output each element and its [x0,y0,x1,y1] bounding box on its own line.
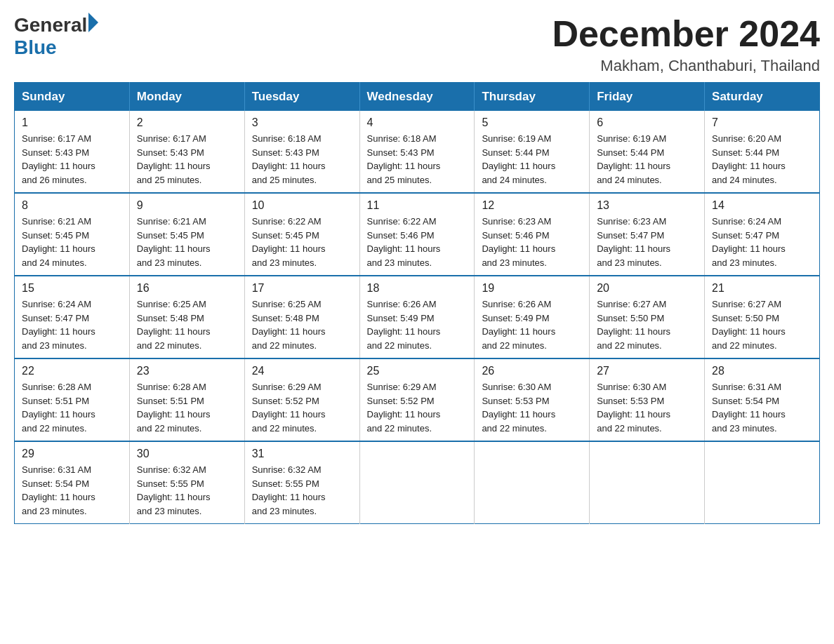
calendar-table: SundayMondayTuesdayWednesdayThursdayFrid… [14,82,820,524]
day-number: 18 [367,282,468,295]
day-info: Sunrise: 6:29 AMSunset: 5:52 PMDaylight:… [252,380,352,435]
day-number: 16 [137,282,237,295]
month-year-title: December 2024 [552,14,820,54]
calendar-cell: 26 Sunrise: 6:30 AMSunset: 5:53 PMDaylig… [475,358,590,441]
day-info: Sunrise: 6:27 AMSunset: 5:50 PMDaylight:… [712,297,812,352]
calendar-cell: 11 Sunrise: 6:22 AMSunset: 5:46 PMDaylig… [359,193,475,276]
calendar-cell: 15 Sunrise: 6:24 AMSunset: 5:47 PMDaylig… [15,276,130,358]
calendar-cell: 9 Sunrise: 6:21 AMSunset: 5:45 PMDayligh… [129,193,244,276]
day-number: 21 [712,282,812,295]
calendar-cell: 22 Sunrise: 6:28 AMSunset: 5:51 PMDaylig… [15,358,130,441]
day-info: Sunrise: 6:29 AMSunset: 5:52 PMDaylight:… [367,380,468,435]
day-number: 19 [482,282,582,295]
day-info: Sunrise: 6:31 AMSunset: 5:54 PMDaylight:… [22,463,122,518]
calendar-week-row: 22 Sunrise: 6:28 AMSunset: 5:51 PMDaylig… [15,358,820,441]
calendar-cell: 16 Sunrise: 6:25 AMSunset: 5:48 PMDaylig… [129,276,244,358]
day-number: 29 [22,448,122,460]
day-number: 4 [367,116,468,129]
day-info: Sunrise: 6:24 AMSunset: 5:47 PMDaylight:… [712,215,812,269]
calendar-cell: 28 Sunrise: 6:31 AMSunset: 5:54 PMDaylig… [705,358,820,441]
day-number: 24 [252,365,352,377]
calendar-cell [359,441,475,524]
calendar-cell: 31 Sunrise: 6:32 AMSunset: 5:55 PMDaylig… [244,441,359,524]
day-number: 27 [597,365,697,377]
calendar-cell: 14 Sunrise: 6:24 AMSunset: 5:47 PMDaylig… [705,193,820,276]
calendar-cell: 13 Sunrise: 6:23 AMSunset: 5:47 PMDaylig… [590,193,705,276]
logo-general-text: General [14,14,87,36]
day-info: Sunrise: 6:19 AMSunset: 5:44 PMDaylight:… [482,132,582,187]
weekday-header-saturday: Saturday [705,83,820,112]
day-number: 5 [482,116,582,129]
day-number: 7 [712,116,812,129]
day-info: Sunrise: 6:17 AMSunset: 5:43 PMDaylight:… [22,132,122,187]
day-info: Sunrise: 6:31 AMSunset: 5:54 PMDaylight:… [712,380,812,435]
weekday-header-tuesday: Tuesday [244,83,359,112]
day-number: 17 [252,282,352,295]
weekday-header-friday: Friday [590,83,705,112]
day-info: Sunrise: 6:23 AMSunset: 5:46 PMDaylight:… [482,215,582,269]
day-number: 14 [712,199,812,212]
weekday-header-sunday: Sunday [15,83,130,112]
weekday-header-wednesday: Wednesday [359,83,475,112]
day-number: 13 [597,199,697,212]
day-info: Sunrise: 6:22 AMSunset: 5:45 PMDaylight:… [252,215,352,269]
calendar-cell: 5 Sunrise: 6:19 AMSunset: 5:44 PMDayligh… [475,111,590,193]
day-info: Sunrise: 6:32 AMSunset: 5:55 PMDaylight:… [252,463,352,518]
day-info: Sunrise: 6:28 AMSunset: 5:51 PMDaylight:… [22,380,122,435]
calendar-cell: 6 Sunrise: 6:19 AMSunset: 5:44 PMDayligh… [590,111,705,193]
day-info: Sunrise: 6:25 AMSunset: 5:48 PMDaylight:… [137,297,237,352]
calendar-cell: 3 Sunrise: 6:18 AMSunset: 5:43 PMDayligh… [244,111,359,193]
day-info: Sunrise: 6:20 AMSunset: 5:44 PMDaylight:… [712,132,812,187]
calendar-cell [705,441,820,524]
logo: General Blue [14,14,98,59]
day-number: 31 [252,448,352,460]
day-info: Sunrise: 6:30 AMSunset: 5:53 PMDaylight:… [482,380,582,435]
calendar-week-row: 15 Sunrise: 6:24 AMSunset: 5:47 PMDaylig… [15,276,820,358]
day-info: Sunrise: 6:28 AMSunset: 5:51 PMDaylight:… [137,380,237,435]
calendar-cell: 23 Sunrise: 6:28 AMSunset: 5:51 PMDaylig… [129,358,244,441]
day-number: 1 [22,116,122,129]
day-number: 9 [137,199,237,212]
calendar-cell: 1 Sunrise: 6:17 AMSunset: 5:43 PMDayligh… [15,111,130,193]
day-info: Sunrise: 6:25 AMSunset: 5:48 PMDaylight:… [252,297,352,352]
calendar-week-row: 1 Sunrise: 6:17 AMSunset: 5:43 PMDayligh… [15,111,820,193]
day-info: Sunrise: 6:18 AMSunset: 5:43 PMDaylight:… [252,132,352,187]
day-number: 20 [597,282,697,295]
day-number: 2 [137,116,237,129]
calendar-cell: 18 Sunrise: 6:26 AMSunset: 5:49 PMDaylig… [359,276,475,358]
calendar-cell: 29 Sunrise: 6:31 AMSunset: 5:54 PMDaylig… [15,441,130,524]
day-number: 11 [367,199,468,212]
day-number: 12 [482,199,582,212]
calendar-week-row: 29 Sunrise: 6:31 AMSunset: 5:54 PMDaylig… [15,441,820,524]
day-number: 6 [597,116,697,129]
day-info: Sunrise: 6:24 AMSunset: 5:47 PMDaylight:… [22,297,122,352]
day-number: 26 [482,365,582,377]
calendar-cell: 10 Sunrise: 6:22 AMSunset: 5:45 PMDaylig… [244,193,359,276]
calendar-cell: 21 Sunrise: 6:27 AMSunset: 5:50 PMDaylig… [705,276,820,358]
day-info: Sunrise: 6:19 AMSunset: 5:44 PMDaylight:… [597,132,697,187]
day-number: 15 [22,282,122,295]
calendar-cell: 24 Sunrise: 6:29 AMSunset: 5:52 PMDaylig… [244,358,359,441]
calendar-cell: 12 Sunrise: 6:23 AMSunset: 5:46 PMDaylig… [475,193,590,276]
day-info: Sunrise: 6:26 AMSunset: 5:49 PMDaylight:… [367,297,468,352]
day-number: 10 [252,199,352,212]
calendar-cell: 19 Sunrise: 6:26 AMSunset: 5:49 PMDaylig… [475,276,590,358]
logo-triangle-icon [88,13,98,32]
calendar-cell: 27 Sunrise: 6:30 AMSunset: 5:53 PMDaylig… [590,358,705,441]
day-info: Sunrise: 6:18 AMSunset: 5:43 PMDaylight:… [367,132,468,187]
calendar-cell: 8 Sunrise: 6:21 AMSunset: 5:45 PMDayligh… [15,193,130,276]
location-subtitle: Makham, Chanthaburi, Thailand [552,57,820,75]
title-block: December 2024 Makham, Chanthaburi, Thail… [552,14,820,75]
day-number: 30 [137,448,237,460]
calendar-cell: 4 Sunrise: 6:18 AMSunset: 5:43 PMDayligh… [359,111,475,193]
calendar-cell [590,441,705,524]
page-header: General Blue December 2024 Makham, Chant… [14,14,820,75]
day-info: Sunrise: 6:21 AMSunset: 5:45 PMDaylight:… [22,215,122,269]
day-info: Sunrise: 6:21 AMSunset: 5:45 PMDaylight:… [137,215,237,269]
calendar-cell: 30 Sunrise: 6:32 AMSunset: 5:55 PMDaylig… [129,441,244,524]
day-info: Sunrise: 6:23 AMSunset: 5:47 PMDaylight:… [597,215,697,269]
day-number: 28 [712,365,812,377]
day-number: 8 [22,199,122,212]
calendar-cell: 25 Sunrise: 6:29 AMSunset: 5:52 PMDaylig… [359,358,475,441]
day-info: Sunrise: 6:30 AMSunset: 5:53 PMDaylight:… [597,380,697,435]
